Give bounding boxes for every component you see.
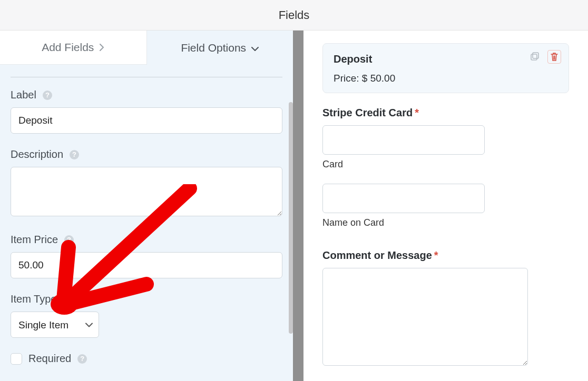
scrollbar-thumb[interactable] [289, 102, 293, 334]
help-icon[interactable]: ? [70, 150, 79, 159]
item-type-group: Item Type ? Single Item [11, 293, 282, 338]
page-title: Fields [279, 8, 310, 22]
tabs: Add Fields Field Options [0, 31, 293, 65]
label-input[interactable] [11, 107, 282, 134]
required-label: Required [28, 353, 71, 365]
label-heading: Label ? [11, 89, 282, 101]
description-group: Description ? [11, 148, 282, 219]
tab-field-options-label: Field Options [181, 42, 246, 54]
label-heading-text: Label [11, 89, 36, 101]
required-checkbox[interactable] [11, 353, 22, 365]
name-on-card-sublabel: Name on Card [322, 217, 569, 228]
comment-textarea[interactable] [322, 268, 528, 366]
card-input[interactable] [322, 125, 485, 155]
item-price-input[interactable] [11, 252, 282, 278]
required-star-icon: * [415, 107, 419, 118]
panel-divider [11, 77, 282, 77]
preview-panel: Deposit Price: $ 50.00 Stripe Credit Car… [303, 31, 588, 381]
card-sublabel: Card [322, 159, 569, 170]
left-panel: Add Fields Field Options Label [0, 31, 293, 381]
duplicate-icon[interactable] [528, 50, 541, 63]
help-icon[interactable]: ? [43, 91, 52, 100]
help-icon[interactable]: ? [77, 354, 87, 364]
card-actions [528, 50, 561, 64]
item-price-heading: Item Price ? [11, 234, 282, 246]
comment-label-text: Comment or Message [322, 249, 432, 261]
deposit-card[interactable]: Deposit Price: $ 50.00 [322, 43, 569, 93]
svg-rect-2 [533, 53, 538, 58]
item-type-select[interactable]: Single Item [11, 312, 99, 338]
chevron-right-icon [99, 41, 104, 54]
required-row: Required ? [11, 353, 282, 365]
tab-add-fields-label: Add Fields [42, 41, 94, 54]
item-price-group: Item Price ? [11, 234, 282, 278]
tab-field-options[interactable]: Field Options [147, 31, 293, 65]
description-heading-text: Description [11, 148, 63, 161]
required-star-icon: * [434, 249, 438, 261]
label-group: Label ? [11, 89, 282, 134]
deposit-title: Deposit [334, 53, 558, 65]
description-heading: Description ? [11, 148, 282, 161]
chevron-down-icon [251, 42, 259, 54]
top-bar: Fields [0, 0, 588, 31]
trash-icon[interactable] [547, 50, 561, 64]
stripe-label: Stripe Credit Card* [322, 107, 569, 119]
item-type-heading: Item Type ? [11, 293, 282, 305]
svg-rect-1 [531, 54, 537, 60]
comment-label: Comment or Message* [322, 249, 569, 262]
description-textarea[interactable] [11, 167, 282, 216]
item-type-heading-text: Item Type [11, 293, 56, 305]
name-on-card-input[interactable] [322, 184, 485, 213]
pane-divider[interactable] [293, 31, 303, 381]
deposit-price: Price: $ 50.00 [334, 73, 558, 84]
stripe-label-text: Stripe Credit Card [322, 107, 413, 118]
help-icon[interactable]: ? [63, 295, 72, 304]
body: Add Fields Field Options Label [0, 31, 588, 381]
tab-add-fields[interactable]: Add Fields [0, 31, 147, 65]
item-price-heading-text: Item Price [11, 234, 58, 246]
item-type-select-wrap: Single Item [11, 312, 99, 338]
scrollbar-track[interactable] [288, 102, 293, 339]
app-root: Fields Add Fields Field Options [0, 0, 588, 381]
help-icon[interactable]: ? [64, 235, 74, 245]
field-options-panel: Label ? Description ? Item Price ? [0, 65, 293, 381]
